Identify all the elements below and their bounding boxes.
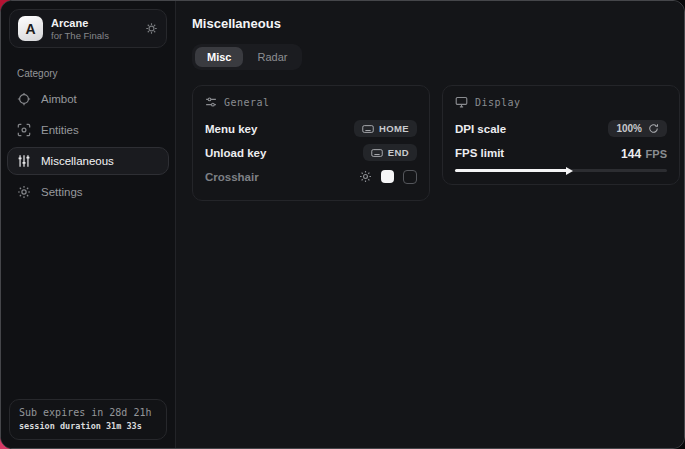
arcane-window: A Arcane for The Finals Category (0, 0, 685, 449)
unload-key-value: END (388, 147, 409, 158)
fps-limit-value: 144 FPS (621, 144, 667, 162)
brand-text: Arcane for The Finals (51, 17, 109, 41)
category-label: Category (17, 68, 175, 79)
brand-box: A Arcane for The Finals (9, 9, 167, 48)
tab-bar: Misc Radar (192, 44, 302, 70)
brand-title: Arcane (51, 17, 109, 29)
monitor-icon (455, 96, 468, 108)
sidebar-item-entities[interactable]: Entities (7, 116, 169, 144)
menu-key-label: Menu key (205, 123, 257, 135)
menu-key-row: Menu key HOME (205, 117, 417, 140)
sidebar-item-label: Miscellaneous (41, 155, 114, 167)
page-title: Miscellaneous (192, 16, 680, 31)
tab-radar[interactable]: Radar (245, 47, 299, 67)
crosshair-controls (359, 170, 417, 184)
crosshair-settings-gear-icon[interactable] (359, 170, 372, 183)
general-card-header: General (205, 96, 417, 108)
scan-icon (17, 123, 31, 137)
sidebar: A Arcane for The Finals Category (1, 1, 176, 448)
menu-key-binding[interactable]: HOME (354, 120, 417, 137)
dpi-scale-label: DPI scale (455, 123, 506, 135)
gear-icon (17, 185, 31, 199)
brand-subtitle: for The Finals (51, 30, 109, 41)
sidebar-item-label: Aimbot (41, 93, 77, 105)
display-card-header: Display (455, 96, 667, 108)
sidebar-item-label: Settings (41, 186, 83, 198)
general-card: General Menu key HOME (192, 85, 430, 201)
sliders-icon (17, 154, 31, 168)
crosshair-row: Crosshair (205, 165, 417, 188)
dpi-scale-value: 100% (616, 123, 642, 134)
subscription-info-box: Sub expires in 28d 21h session duration … (9, 399, 167, 440)
cards-row: General Menu key HOME (192, 85, 680, 201)
sidebar-item-miscellaneous[interactable]: Miscellaneous (7, 147, 169, 175)
fps-limit-label: FPS limit (455, 147, 504, 159)
sub-expiry-text: Sub expires in 28d 21h (19, 407, 157, 418)
keyboard-icon (362, 124, 374, 134)
unload-key-label: Unload key (205, 147, 266, 159)
session-duration-text: session duration 31m 33s (19, 421, 157, 431)
sidebar-item-settings[interactable]: Settings (7, 178, 169, 206)
main-content: Miscellaneous Misc Radar General (176, 1, 685, 448)
display-card: Display DPI scale 100% (442, 85, 680, 185)
brand-logo: A (18, 16, 43, 41)
sidebar-item-aimbot[interactable]: Aimbot (7, 85, 169, 113)
dpi-scale-row: DPI scale 100% (455, 117, 667, 140)
unload-key-row: Unload key END (205, 141, 417, 164)
menu-key-value: HOME (379, 123, 409, 134)
fps-limit-slider[interactable] (455, 169, 667, 172)
sidebar-nav: Aimbot Entities Miscel (1, 85, 175, 206)
dpi-scale-badge[interactable]: 100% (608, 120, 667, 137)
display-card-title: Display (475, 97, 521, 108)
crosshair-icon (17, 92, 31, 106)
keyboard-icon (371, 148, 383, 158)
fps-slider-fill (455, 169, 569, 172)
crosshair-color-swatch[interactable] (381, 170, 394, 183)
unload-key-binding[interactable]: END (363, 144, 417, 161)
general-card-title: General (224, 97, 270, 108)
crosshair-checkbox[interactable] (403, 170, 417, 184)
fps-limit-row: FPS limit 144 FPS (455, 141, 667, 164)
crosshair-label: Crosshair (205, 171, 259, 183)
fps-slider-thumb[interactable] (566, 167, 573, 175)
sliders-horizontal-icon (205, 96, 217, 108)
sidebar-item-label: Entities (41, 124, 79, 136)
tab-misc[interactable]: Misc (195, 47, 243, 67)
sync-icon[interactable] (145, 22, 158, 35)
refresh-icon[interactable] (648, 123, 659, 134)
